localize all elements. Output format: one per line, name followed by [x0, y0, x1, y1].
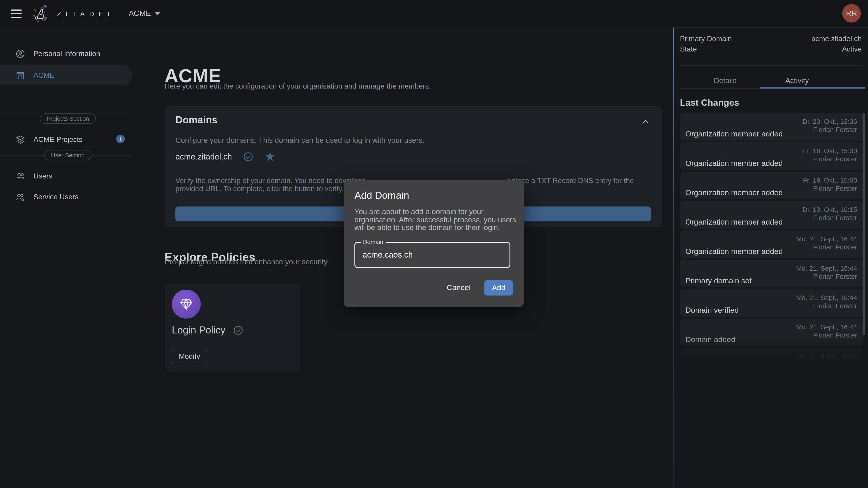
entry-title: Organization member added	[685, 218, 783, 227]
activity-entry[interactable]: Di. 13. Okt., 16:15 Florian Forster Orga…	[680, 201, 864, 229]
org-detail-panel: Primary Domain acme.zitadel.ch State Act…	[673, 27, 868, 488]
dialog-body: You are about to add a domain for your o…	[354, 208, 517, 232]
policy-icon-circle	[172, 290, 201, 319]
entry-title: Domain added	[685, 335, 735, 344]
entry-author: Florian Forster	[813, 126, 857, 133]
entry-title: Organization member added	[685, 247, 783, 256]
arch-icon	[16, 70, 25, 80]
sidebar-item-projects[interactable]: ACME Projects 1	[0, 130, 135, 149]
entry-date: Di. 13. Okt., 16:15	[802, 205, 857, 213]
page-subtitle: Here you can edit the configuration of y…	[164, 82, 431, 90]
activity-list: Di. 20. Okt., 13:36 Florian Forster Orga…	[680, 113, 864, 365]
activity-entry[interactable]: Mo. 21. Sept., 16:44 Florian Forster Pri…	[680, 260, 864, 287]
app-window: ZITADEL ACME RR Personal Information ACM…	[0, 0, 868, 488]
projects-section-label: Projects Section	[40, 113, 96, 124]
entry-title: Organization member added	[685, 188, 783, 197]
entry-date: Fr. 16. Okt., 15:30	[803, 147, 857, 155]
entry-author: Florian Forster	[813, 272, 857, 280]
primary-domain-label: Primary Domain	[680, 35, 732, 43]
entry-date: Mo. 21. Sept., 16:44	[796, 323, 857, 331]
sidebar-item-personal-information[interactable]: Personal Information	[0, 44, 135, 63]
domain-field: Domain	[354, 242, 510, 268]
entry-title: Organization member added	[685, 130, 783, 139]
domain-input[interactable]	[355, 242, 509, 267]
login-policy-card[interactable]: Login Policy Modify	[164, 283, 300, 372]
add-domain-dialog: Add Domain You are about to add a domain…	[344, 180, 524, 307]
activity-entry[interactable]: Mo. 21. Sept., 16:44 Florian Forster Org…	[680, 230, 864, 258]
activity-entry[interactable]: Mo. 21. Sept., 16:44 Florian Forster Dom…	[680, 289, 864, 317]
service-users-icon	[16, 192, 25, 202]
tab-activity[interactable]: Activity	[785, 76, 809, 85]
entry-author: Florian Forster	[813, 331, 857, 339]
sidebar-item-label: Personal Information	[33, 50, 100, 58]
entry-date: Mo. 21. Sept., 16:44	[796, 264, 857, 272]
gem-icon	[179, 297, 193, 311]
verify-instructions-right: r place a TXT Record DNS entry for the	[507, 177, 634, 185]
verify-instructions-left: Verify the ownership of your domain. You…	[176, 177, 366, 185]
entry-author: Florian Forster	[813, 155, 857, 163]
primary-domain-row: Primary Domain acme.zitadel.ch	[680, 35, 862, 43]
tab-details[interactable]: Details	[714, 76, 737, 85]
user-section-divider: User Section	[0, 150, 135, 161]
domain-name: acme.zitadel.ch	[176, 152, 232, 162]
chevron-up-icon[interactable]	[641, 117, 650, 126]
policy-title: Login Policy	[172, 324, 225, 336]
primary-domain-value: acme.zitadel.ch	[811, 35, 862, 43]
entry-title: Domain verified	[685, 306, 739, 315]
verify-instructions-line2: provided URL. To complete, click the but…	[176, 185, 344, 193]
entry-title: Primary domain set	[685, 276, 752, 286]
domains-card-title: Domains	[176, 114, 217, 126]
entry-author: Florian Forster	[813, 302, 857, 310]
state-value: Active	[842, 45, 862, 53]
entry-date: Mo. 21. Sept., 16:44	[796, 352, 857, 360]
last-changes-title: Last Changes	[680, 98, 739, 108]
scrollbar[interactable]	[863, 113, 865, 335]
policy-check-icon	[232, 325, 243, 336]
cancel-button[interactable]: Cancel	[446, 282, 471, 294]
activity-entry[interactable]: Mo. 21. Sept., 16:44 Florian Forster Dom…	[680, 319, 864, 346]
entry-author: Florian Forster	[813, 243, 857, 251]
domains-description: Configure your domains. This domain can …	[176, 136, 425, 144]
domain-row: acme.zitadel.ch ★	[176, 151, 276, 162]
activity-entry[interactable]: Fr. 16. Okt., 15:00 Florian Forster Orga…	[680, 172, 864, 199]
sidebar-item-service-users[interactable]: Service Users	[0, 188, 135, 206]
state-label: State	[680, 45, 697, 53]
chevron-down-icon	[154, 12, 160, 15]
entry-date: Mo. 21. Sept., 16:44	[796, 294, 857, 301]
org-switcher[interactable]: ACME	[129, 9, 160, 18]
activity-entry[interactable]: Fr. 16. Okt., 15:30 Florian Forster Orga…	[680, 142, 864, 170]
sidebar-item-label: ACME Projects	[33, 135, 83, 144]
primary-domain-star-icon[interactable]: ★	[265, 151, 275, 162]
add-button[interactable]: Add	[484, 280, 513, 295]
activity-entry[interactable]: Di. 20. Okt., 13:36 Florian Forster Orga…	[680, 113, 864, 140]
sidebar-item-label: ACME	[33, 71, 54, 79]
user-section-label: User Section	[44, 150, 92, 160]
sidebar-item-label: Service Users	[33, 193, 79, 201]
sidebar-item-label: Users	[33, 172, 53, 180]
person-circle-icon	[16, 49, 25, 59]
avatar[interactable]: RR	[842, 4, 861, 23]
menu-icon[interactable]	[11, 9, 22, 18]
zitadel-logo-icon	[31, 3, 53, 24]
active-tab-indicator	[760, 87, 865, 89]
brand-wordmark: ZITADEL	[57, 10, 116, 18]
activity-entry[interactable]: Mo. 21. Sept., 16:44	[680, 348, 864, 365]
org-switcher-label: ACME	[129, 9, 151, 18]
verified-check-icon	[243, 151, 254, 162]
entry-date: Mo. 21. Sept., 16:44	[796, 235, 857, 242]
dialog-title: Add Domain	[354, 190, 409, 201]
modify-policy-button[interactable]: Modify	[172, 349, 207, 364]
sidebar-item-org[interactable]: ACME	[0, 65, 132, 86]
entry-title: Organization member added	[685, 159, 783, 168]
entry-author: Florian Forster	[813, 184, 857, 192]
entry-date: Fr. 16. Okt., 15:00	[803, 176, 857, 184]
state-row: State Active	[680, 45, 862, 53]
projects-count-badge: 1	[116, 135, 125, 143]
layers-icon	[16, 135, 25, 144]
sidebar-item-users[interactable]: Users	[0, 167, 135, 186]
projects-section-divider: Projects Section	[0, 113, 135, 124]
entry-author: Florian Forster	[813, 214, 857, 221]
explore-policies-subtitle: Pre-packaged policies that enhance your …	[164, 258, 329, 266]
top-bar: ZITADEL ACME RR	[0, 0, 868, 27]
entry-date: Di. 20. Okt., 13:36	[802, 118, 857, 125]
